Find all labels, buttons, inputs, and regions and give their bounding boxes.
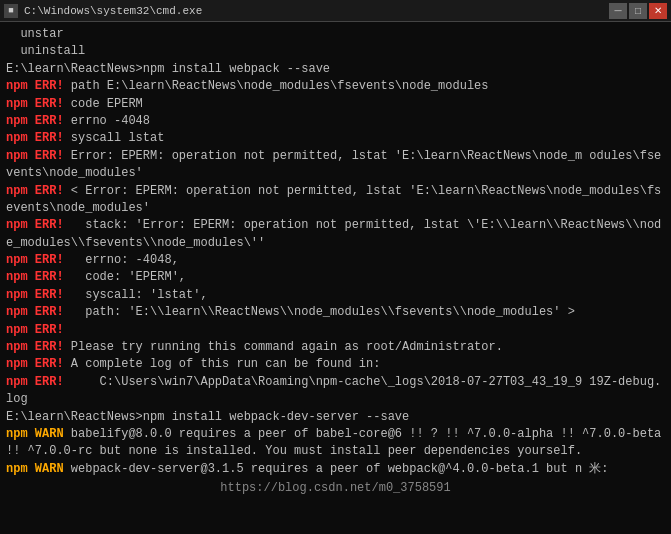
terminal-line: npm ERR! stack: 'Error: EPERM: operation… xyxy=(6,217,665,252)
terminal-line: npm ERR! errno -4048 xyxy=(6,113,665,130)
watermark: https://blog.csdn.net/m0_3758591 xyxy=(6,480,665,497)
terminal-line: E:\learn\ReactNews>npm install webpack-d… xyxy=(6,409,665,426)
terminal-output: unstar uninstallE:\learn\ReactNews>npm i… xyxy=(0,22,671,534)
terminal-line: unstar xyxy=(6,26,665,43)
terminal-line: npm ERR! code: 'EPERM', xyxy=(6,269,665,286)
terminal-line: npm ERR! < Error: EPERM: operation not p… xyxy=(6,183,665,218)
terminal-line: npm ERR! syscall lstat xyxy=(6,130,665,147)
cmd-icon: ■ xyxy=(4,4,18,18)
terminal-line: npm ERR! path: 'E:\\learn\\ReactNews\\no… xyxy=(6,304,665,321)
terminal-line: npm ERR! A complete log of this run can … xyxy=(6,356,665,373)
terminal-line: npm WARN babelify@8.0.0 requires a peer … xyxy=(6,426,665,461)
window-controls: ─ □ ✕ xyxy=(609,3,667,19)
terminal-line: npm ERR! Error: EPERM: operation not per… xyxy=(6,148,665,183)
terminal-line: npm WARN webpack-dev-server@3.1.5 requir… xyxy=(6,461,665,478)
terminal-line: npm ERR! path E:\learn\ReactNews\node_mo… xyxy=(6,78,665,95)
terminal-line: npm ERR! syscall: 'lstat', xyxy=(6,287,665,304)
terminal-line: npm ERR! errno: -4048, xyxy=(6,252,665,269)
minimize-button[interactable]: ─ xyxy=(609,3,627,19)
window-title: C:\Windows\system32\cmd.exe xyxy=(24,5,202,17)
close-button[interactable]: ✕ xyxy=(649,3,667,19)
terminal-line: npm ERR! xyxy=(6,322,665,339)
terminal-line: uninstall xyxy=(6,43,665,60)
title-bar: ■ C:\Windows\system32\cmd.exe ─ □ ✕ xyxy=(0,0,671,22)
terminal-line: npm ERR! code EPERM xyxy=(6,96,665,113)
title-bar-left: ■ C:\Windows\system32\cmd.exe xyxy=(4,4,202,18)
terminal-line: npm ERR! Please try running this command… xyxy=(6,339,665,356)
terminal-line: npm ERR! C:\Users\win7\AppData\Roaming\n… xyxy=(6,374,665,409)
maximize-button[interactable]: □ xyxy=(629,3,647,19)
terminal-line: E:\learn\ReactNews>npm install webpack -… xyxy=(6,61,665,78)
